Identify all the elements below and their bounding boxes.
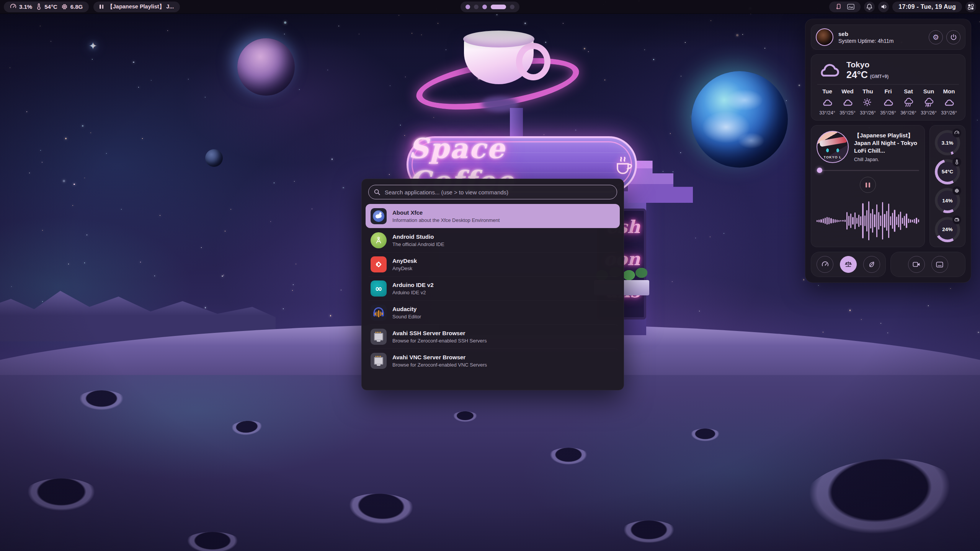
cpu-stat: 3.1%	[10, 3, 32, 10]
clock[interactable]: 17:09 - Tue, 19 Aug	[892, 2, 962, 12]
track-artist: Chill Japan.	[854, 157, 919, 162]
app-item-audacity[interactable]: AudacitySound Editor	[366, 300, 620, 324]
screenshot-icon	[936, 261, 943, 268]
app-item-android-studio[interactable]: Android StudioThe official Android IDE	[366, 228, 620, 252]
workspace-dots[interactable]	[461, 2, 519, 12]
gear-icon: ⚙	[933, 34, 939, 41]
weather-city: Tokyo	[846, 60, 889, 69]
speaker-icon	[880, 4, 887, 10]
settings-button[interactable]: ⚙	[929, 30, 943, 44]
speedometer-icon	[10, 3, 16, 10]
bell-icon	[866, 3, 872, 10]
temp-stat: 54°C	[36, 3, 57, 10]
sun-cloud-icon	[862, 98, 874, 107]
workspace-dot[interactable]	[474, 5, 479, 9]
workspace-dot[interactable]	[466, 5, 470, 9]
speedometer-icon	[822, 261, 829, 268]
thermometer-icon	[36, 3, 42, 10]
thermometer-icon	[955, 160, 959, 165]
topbar-left: 3.1% 54°C 6.8G 【Japanese Playlist】 J...	[4, 2, 180, 12]
capture-tools-card	[890, 252, 965, 277]
play-pause-button[interactable]	[860, 177, 876, 193]
xfce-mouse-icon	[371, 208, 387, 224]
forecast-day: Mon 33°/26°	[939, 88, 959, 116]
system-stats-pill[interactable]: 3.1% 54°C 6.8G	[4, 2, 89, 12]
cpu-gauge: 3.1%	[935, 130, 960, 155]
seek-bar[interactable]	[817, 168, 919, 173]
workspace-dot[interactable]	[482, 5, 487, 9]
performance-profile-button[interactable]	[817, 256, 833, 273]
forecast-day: Tue 33°/24°	[817, 88, 837, 116]
media-player-card: TOKYO L 【Japanese Playlist】 Japan All Ni…	[811, 125, 925, 247]
disk-gauge: 24%	[935, 217, 960, 242]
pause-icon	[100, 5, 103, 9]
search-input[interactable]	[368, 185, 617, 199]
audacity-icon	[371, 305, 387, 321]
leaf-icon	[868, 261, 875, 268]
forecast-row: Tue 33°/24° Wed 35°/25° Thu 33°/26° Fri	[817, 88, 959, 116]
app-launcher: About XfceInformation about the Xfce Des…	[361, 179, 624, 390]
avatar[interactable]	[816, 28, 833, 46]
overview-button[interactable]	[965, 2, 976, 12]
powersave-profile-button[interactable]	[863, 256, 880, 273]
power-button[interactable]	[946, 30, 960, 44]
cloud-icon	[943, 98, 955, 107]
android-studio-icon	[371, 232, 387, 248]
volume-button[interactable]	[878, 2, 889, 12]
quick-tools-pill[interactable]	[829, 2, 861, 12]
network-port-icon	[371, 329, 387, 345]
cloud-icon	[822, 98, 833, 107]
chip-icon	[61, 3, 68, 10]
chip-icon	[954, 188, 959, 193]
workspace-dot[interactable]	[491, 5, 506, 9]
now-playing-label: 【Japanese Playlist】 J...	[107, 3, 174, 10]
workspace-switcher	[461, 2, 519, 12]
screenshot-button[interactable]	[931, 256, 948, 273]
memory-stat: 6.8G	[61, 3, 83, 10]
cloud-icon	[817, 62, 841, 78]
username: seb	[838, 31, 893, 37]
app-item-avahi-ssh[interactable]: Avahi SSH Server BrowserBrowse for Zeroc…	[366, 324, 620, 349]
network-port-icon	[371, 353, 387, 369]
search-bar	[368, 185, 617, 199]
search-icon	[374, 189, 381, 196]
forecast-day: Thu 33°/26°	[858, 88, 878, 116]
temp-gauge: 54°C	[935, 159, 960, 184]
album-art[interactable]: TOKYO L	[817, 131, 849, 163]
disk-icon	[954, 217, 959, 222]
speedometer-icon	[954, 130, 959, 135]
weather-card: Tokyo 24°C(GMT+9) Tue 33°/24° Wed 35°/25…	[811, 54, 965, 121]
balanced-profile-button[interactable]	[840, 256, 857, 273]
screen-record-button[interactable]	[908, 256, 925, 273]
forecast-day: Wed 35°/25°	[838, 88, 858, 116]
video-camera-icon	[913, 261, 920, 267]
storm-icon	[923, 98, 934, 108]
top-bar: 3.1% 54°C 6.8G 【Japanese Playlist】 J...	[0, 0, 980, 14]
anydesk-icon	[371, 256, 387, 272]
forecast-day: Sat 36°/26°	[898, 88, 918, 116]
notifications-button[interactable]	[864, 2, 875, 12]
app-item-arduino[interactable]: ∞ Arduino IDE v2Arduino IDE v2	[366, 276, 620, 300]
weather-timezone: (GMT+9)	[870, 74, 889, 79]
forecast-day: Fri 35°/26°	[878, 88, 898, 116]
now-playing-pill[interactable]: 【Japanese Playlist】 J...	[93, 2, 180, 12]
arduino-icon: ∞	[371, 280, 387, 297]
cloud-icon	[882, 98, 894, 107]
topbar-right: 17:09 - Tue, 19 Aug	[829, 2, 976, 12]
workspace-dot[interactable]	[510, 5, 514, 9]
control-center-panel: seb System Uptime: 4h11m ⚙ Tokyo 24°C(GM…	[805, 19, 971, 283]
track-title: 【Japanese Playlist】 Japan All Night - To…	[854, 132, 919, 155]
user-card: seb System Uptime: 4h11m ⚙	[811, 24, 965, 50]
system-gauges-card: 3.1% 54°C 14% 24%	[929, 125, 965, 247]
memory-gauge: 14%	[935, 188, 960, 213]
divider	[817, 84, 959, 85]
app-list: About XfceInformation about the Xfce Des…	[362, 203, 624, 390]
app-item-about-xfce[interactable]: About XfceInformation about the Xfce Des…	[366, 204, 620, 228]
app-item-avahi-vnc[interactable]: Avahi VNC Server BrowserBrowse for Zeroc…	[366, 349, 620, 373]
seek-handle[interactable]	[817, 168, 822, 173]
rain-icon	[903, 98, 914, 108]
wallpaper-icon	[847, 4, 854, 10]
album-art-label: TOKYO L	[817, 155, 848, 159]
scales-icon	[844, 261, 852, 268]
app-item-anydesk[interactable]: AnyDeskAnyDesk	[366, 252, 620, 276]
